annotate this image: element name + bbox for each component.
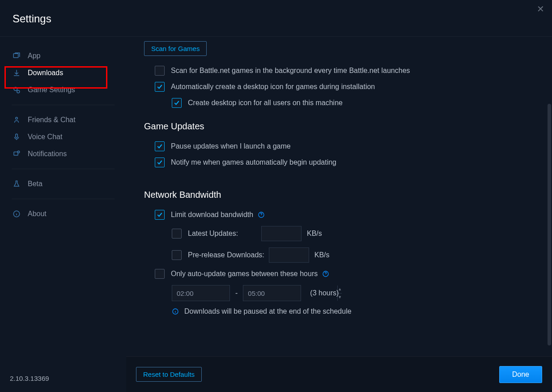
reset-to-defaults-button[interactable]: Reset to Defaults bbox=[136, 367, 202, 382]
scan-background-checkbox[interactable] bbox=[155, 66, 165, 76]
latest-updates-label: Latest Updates: bbox=[188, 230, 238, 238]
sidebar-item-label: Friends & Chat bbox=[28, 116, 76, 124]
prerelease-checkbox[interactable] bbox=[172, 250, 182, 260]
prerelease-input[interactable] bbox=[269, 247, 309, 263]
notify-updates-row: Notify me when games automatically begin… bbox=[155, 158, 534, 167]
svg-rect-5 bbox=[14, 152, 18, 156]
footer-bar: Reset to Defaults Done bbox=[126, 356, 552, 392]
desktop-icon-row: Automatically create a desktop icon for … bbox=[155, 82, 534, 92]
pause-schedule-info-label: Downloads will be paused at the end of t… bbox=[184, 307, 352, 315]
svg-point-6 bbox=[17, 151, 20, 153]
sidebar-item-label: Notifications bbox=[28, 150, 67, 158]
svg-point-2 bbox=[17, 90, 20, 93]
pause-schedule-info-row: Downloads will be paused at the end of t… bbox=[172, 307, 534, 315]
limit-bandwidth-label: Limit download bandwidth bbox=[171, 211, 253, 219]
info-icon bbox=[13, 210, 22, 218]
latest-updates-row: Latest Updates: KB/s bbox=[172, 226, 534, 241]
all-users-row: Create desktop icon for all users on thi… bbox=[172, 98, 534, 108]
help-icon[interactable] bbox=[322, 270, 330, 278]
notify-updates-checkbox[interactable] bbox=[155, 158, 165, 167]
done-button[interactable]: Done bbox=[499, 366, 542, 383]
sidebar-item-label: Beta bbox=[28, 180, 42, 188]
sidebar-item-label: App bbox=[28, 52, 40, 60]
latest-updates-input[interactable] bbox=[261, 226, 301, 241]
auto-update-hours-checkbox[interactable] bbox=[155, 269, 165, 279]
notify-updates-label: Notify me when games automatically begin… bbox=[171, 158, 336, 166]
time-from-input[interactable]: ▲ ▼ bbox=[172, 285, 230, 301]
auto-update-hours-row: Only auto-update games between these hou… bbox=[155, 269, 534, 279]
sidebar-divider bbox=[12, 169, 115, 169]
person-icon bbox=[13, 116, 22, 124]
scan-background-label: Scan for Battle.net games in the backgro… bbox=[171, 67, 410, 75]
all-users-checkbox[interactable] bbox=[172, 98, 182, 108]
help-icon[interactable] bbox=[258, 211, 266, 219]
desktop-icon-checkbox[interactable] bbox=[155, 82, 165, 92]
notification-icon bbox=[13, 150, 22, 158]
time-to-input[interactable]: ▲ ▼ bbox=[243, 285, 301, 301]
limit-bandwidth-checkbox[interactable] bbox=[155, 210, 165, 220]
sidebar-item-game-settings[interactable]: Game Settings bbox=[7, 81, 119, 98]
sidebar-item-label: Voice Chat bbox=[28, 133, 62, 141]
sidebar-item-app[interactable]: App bbox=[7, 47, 119, 64]
sidebar-divider bbox=[12, 199, 115, 199]
sidebar-item-friends[interactable]: Friends & Chat bbox=[7, 111, 119, 128]
svg-point-1 bbox=[14, 87, 17, 91]
close-button[interactable]: ✕ bbox=[534, 3, 547, 15]
pause-on-launch-row: Pause updates when I launch a game bbox=[155, 141, 534, 151]
prerelease-unit: KB/s bbox=[314, 251, 330, 259]
scrollbar-thumb[interactable] bbox=[548, 104, 551, 345]
scan-background-row: Scan for Battle.net games in the backgro… bbox=[155, 66, 534, 76]
sidebar-item-voice[interactable]: Voice Chat bbox=[7, 128, 119, 145]
page-title: Settings bbox=[13, 13, 552, 25]
header: Settings bbox=[0, 0, 552, 37]
scan-for-games-button[interactable]: Scan for Games bbox=[144, 41, 207, 56]
content-panel: Scan for Games Scan for Battle.net games… bbox=[126, 37, 552, 392]
sidebar-item-about[interactable]: About bbox=[7, 205, 119, 222]
auto-update-hours-label: Only auto-update games between these hou… bbox=[171, 270, 318, 278]
flask-icon bbox=[13, 180, 22, 188]
desktop-icon-label: Automatically create a desktop icon for … bbox=[171, 83, 375, 91]
sidebar-item-label: About bbox=[28, 210, 47, 218]
microphone-icon bbox=[13, 133, 22, 141]
download-icon bbox=[13, 69, 22, 77]
version-label: 2.10.3.13369 bbox=[10, 375, 49, 382]
time-range-row: ▲ ▼ - ▲ ▼ (3 hours) bbox=[172, 285, 534, 301]
sidebar-item-beta[interactable]: Beta bbox=[7, 175, 119, 192]
sidebar-item-label: Game Settings bbox=[28, 86, 75, 94]
prerelease-label: Pre-release Downloads: bbox=[188, 251, 264, 259]
all-users-label: Create desktop icon for all users on thi… bbox=[188, 99, 343, 107]
svg-rect-0 bbox=[13, 54, 18, 58]
svg-point-3 bbox=[16, 117, 18, 119]
sidebar-item-notifications[interactable]: Notifications bbox=[7, 145, 119, 162]
sidebar-item-downloads[interactable]: Downloads bbox=[7, 64, 119, 81]
settings-icon bbox=[13, 86, 22, 94]
scrollbar[interactable] bbox=[547, 37, 551, 356]
pause-on-launch-checkbox[interactable] bbox=[155, 141, 165, 151]
sidebar-item-label: Downloads bbox=[28, 69, 63, 77]
pause-on-launch-label: Pause updates when I launch a game bbox=[171, 142, 291, 150]
svg-rect-4 bbox=[16, 134, 18, 137]
network-bandwidth-title: Network Bandwidth bbox=[144, 190, 534, 200]
latest-updates-checkbox[interactable] bbox=[172, 229, 182, 239]
app-icon bbox=[13, 52, 22, 60]
limit-bandwidth-row: Limit download bandwidth bbox=[155, 210, 534, 220]
prerelease-row: Pre-release Downloads: KB/s bbox=[172, 247, 534, 263]
info-circle-icon bbox=[172, 307, 180, 315]
time-range-dash: - bbox=[235, 289, 238, 297]
latest-updates-unit: KB/s bbox=[307, 230, 322, 238]
sidebar: App Downloads Game Settings Fr bbox=[0, 37, 126, 392]
hours-duration-label: (3 hours) bbox=[310, 289, 339, 297]
sidebar-divider bbox=[12, 105, 115, 105]
game-updates-title: Game Updates bbox=[144, 121, 534, 132]
